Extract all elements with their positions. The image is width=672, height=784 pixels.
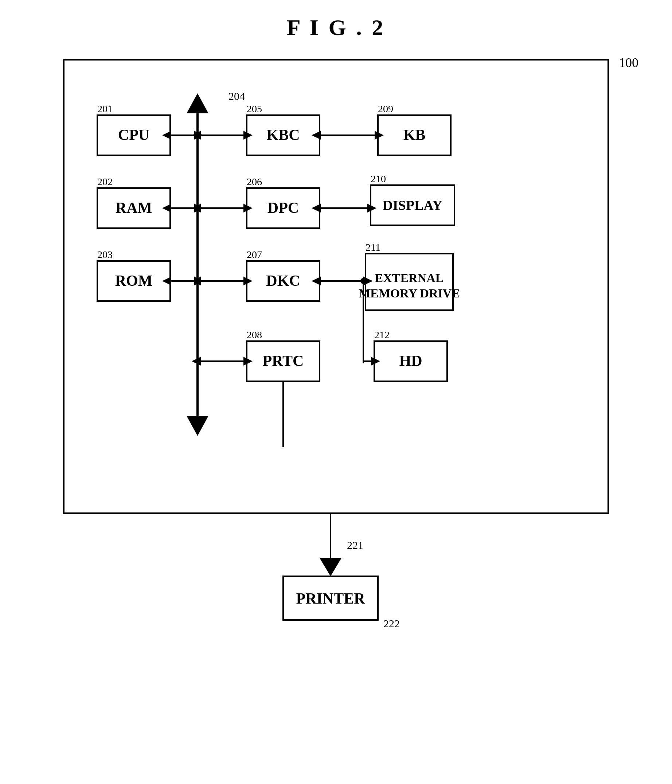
label-210: 210 bbox=[370, 173, 386, 184]
label-202: 202 bbox=[97, 176, 113, 187]
label-208: 208 bbox=[247, 329, 262, 341]
main-system-box: 204 CPU 201 KBC 205 bbox=[63, 59, 609, 514]
label-222: 222 bbox=[383, 618, 400, 630]
label-207: 207 bbox=[247, 249, 262, 260]
label-209: 209 bbox=[378, 103, 393, 114]
bus-arrow-down bbox=[187, 416, 208, 436]
printer-arrow bbox=[320, 558, 341, 576]
cpu-label: CPU bbox=[118, 126, 149, 143]
label-212: 212 bbox=[374, 329, 390, 341]
arrow-busprtc-left bbox=[192, 357, 201, 366]
printer-label: PRINTER bbox=[296, 590, 365, 607]
figure-title: F I G . 2 bbox=[287, 15, 385, 40]
display-label: DISPLAY bbox=[383, 198, 442, 213]
label-221: 221 bbox=[347, 539, 363, 551]
label-203: 203 bbox=[97, 249, 113, 260]
hd-label: HD bbox=[400, 352, 422, 369]
printer-svg: 221 PRINTER 222 bbox=[263, 514, 409, 646]
label-205: 205 bbox=[247, 103, 262, 114]
dpc-label: DPC bbox=[268, 199, 299, 216]
bus-arrow-up bbox=[187, 93, 208, 114]
kb-label: KB bbox=[403, 126, 426, 143]
label-211: 211 bbox=[366, 242, 381, 253]
diagram-container: 100 204 CPU 201 KB bbox=[63, 59, 609, 646]
external-memory-label2: MEMORY DRIVE bbox=[359, 286, 460, 300]
label-100: 100 bbox=[619, 55, 638, 70]
dkc-label: DKC bbox=[266, 272, 300, 289]
diagram-svg: 204 CPU 201 KBC 205 bbox=[86, 82, 589, 483]
rom-label: ROM bbox=[115, 272, 153, 289]
label-206: 206 bbox=[247, 176, 262, 187]
prtc-label: PRTC bbox=[263, 352, 304, 369]
label-204: 204 bbox=[229, 90, 245, 102]
external-memory-label1: EXTERNAL bbox=[375, 271, 444, 285]
label-201: 201 bbox=[97, 103, 113, 114]
printer-section: 221 PRINTER 222 bbox=[263, 514, 409, 646]
ram-label: RAM bbox=[115, 199, 152, 216]
kbc-label: KBC bbox=[266, 126, 300, 143]
